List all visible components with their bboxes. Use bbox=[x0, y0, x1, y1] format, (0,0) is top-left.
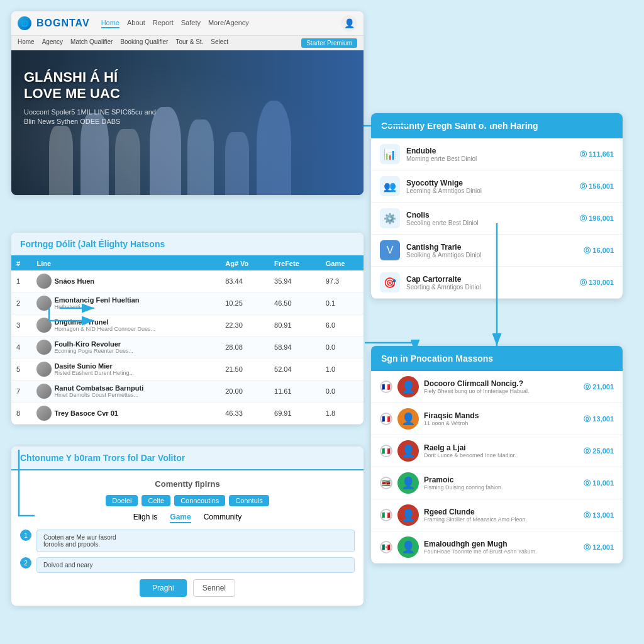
cell-rank: 1 bbox=[11, 270, 31, 292]
rp-stat: ⓪ 16,001 bbox=[584, 246, 614, 255]
player-flag: 🇫🇷 bbox=[380, 413, 392, 425]
rp-sub: Seorting & Amntigos Diniol bbox=[406, 284, 574, 291]
table-row[interactable]: 4 Foulh-Kiro Revoluer Ecoming Pogis Reen… bbox=[11, 336, 364, 358]
community-inner-title: Comentty fiplrns bbox=[20, 479, 355, 489]
rp-player-item[interactable]: 🇸🇷 👤 Pramoic Fisming Duising conring fah… bbox=[371, 467, 623, 499]
player-sub: Ecoming Pogis Reenter Dues... bbox=[54, 348, 133, 354]
nav-item-report[interactable]: Report bbox=[153, 19, 174, 28]
rp-player-item[interactable]: 🇫🇷 👤 Docooro Clirmcall Noncig.? Fiely Bh… bbox=[371, 371, 623, 403]
btn-sennel[interactable]: Sennel bbox=[193, 579, 235, 597]
table-row[interactable]: 2 Emontancig Fenl Hueltian Hethetenti...… bbox=[11, 292, 364, 314]
rp-icon: V bbox=[380, 240, 400, 260]
cell-rank: 2 bbox=[11, 292, 31, 314]
cell-rank: 5 bbox=[11, 358, 31, 380]
step-2: 2 Dolvod and neary bbox=[20, 557, 355, 573]
cell-rank: 3 bbox=[11, 314, 31, 336]
user-icon[interactable]: 👤 bbox=[341, 15, 357, 31]
player-name: Emaloudhgh gen Mugh bbox=[424, 540, 579, 548]
cell-game: 0.1 bbox=[321, 292, 364, 314]
cell-fre: 52.04 bbox=[269, 358, 321, 380]
cell-ag: 20.00 bbox=[220, 380, 269, 402]
cell-fre: 80.91 bbox=[269, 314, 321, 336]
table-row[interactable]: 8 Trey Basoce Cvr 01 46.33 69.91 1.8 bbox=[11, 402, 364, 425]
cell-fre: 46.50 bbox=[269, 292, 321, 314]
step-box-1: Cooten are Me wur fasord foroolis and pr… bbox=[36, 530, 355, 552]
filter-community[interactable]: Community bbox=[204, 513, 242, 523]
cell-player: Trey Basoce Cvr 01 bbox=[31, 402, 220, 425]
rp-item[interactable]: V Cantishg Trarie Seolking & Amntigos Di… bbox=[371, 235, 623, 267]
player-text: Docooro Clirmcall Noncig.? Fiely Bhesit … bbox=[424, 379, 579, 394]
rp-item[interactable]: ⚙️ Cnolis Secoling enrte Best Diniol ⓪ 1… bbox=[371, 203, 623, 235]
player-sub: Hethetenti... bbox=[54, 304, 139, 310]
player-text: Raelg a Ljai Dorit Luoce & beoomed Inoe … bbox=[424, 443, 579, 458]
rp-icon: 📊 bbox=[380, 144, 400, 164]
subnav-booking[interactable]: Booking Qualifier bbox=[120, 38, 168, 48]
rp-player-item[interactable]: 🇫🇷 👤 Firaqsic Mands 11 ooon & Wrtroh ⓪ 1… bbox=[371, 403, 623, 435]
rp-item[interactable]: 👥 Syocotty Wnige Leorning & Amntigos Din… bbox=[371, 170, 623, 203]
subnav-tour[interactable]: Tour & St. bbox=[175, 38, 203, 48]
btn-praghi[interactable]: Praghi bbox=[140, 579, 187, 597]
rp-item[interactable]: 🎯 Cap Cartorralte Seorting & Amntigos Di… bbox=[371, 267, 623, 299]
nav-item-more[interactable]: More/Agency bbox=[208, 19, 249, 28]
rp-player-item[interactable]: 🇲🇽 👤 Emaloudhgh gen Mugh FounHoae Toonnt… bbox=[371, 531, 623, 564]
cell-rank: 4 bbox=[11, 336, 31, 358]
rp-player-item[interactable]: 🇮🇹 👤 Rgeed Clunde Framing Sintilier of M… bbox=[371, 499, 623, 531]
cell-game: 6.0 bbox=[321, 314, 364, 336]
player-name: Trey Basoce Cvr 01 bbox=[54, 409, 118, 417]
community-title: Chtonume Y b0ram Trors fol Dar Volitor bbox=[20, 453, 355, 463]
col-rank: # bbox=[11, 257, 31, 270]
player-name: Docooro Clirmcall Noncig.? bbox=[424, 379, 579, 388]
tab-conntuis[interactable]: Conntuis bbox=[229, 495, 269, 506]
player-sub: Fisming Duising conring fahion. bbox=[424, 484, 579, 491]
table-row[interactable]: 7 Ranut Combatsac Barnputi Hinet Demolts… bbox=[11, 380, 364, 402]
hero-title-line1: GLÁNSHI Á HÍ bbox=[24, 69, 156, 86]
player-stat: ⓪ 21,001 bbox=[584, 382, 614, 392]
nav-item-about[interactable]: About bbox=[127, 19, 145, 28]
table-row[interactable]: 5 Dasite Sunio Mier Risted Eashent Duren… bbox=[11, 358, 364, 380]
subnav-cta[interactable]: Starter Premium bbox=[301, 38, 357, 48]
player-name: Raelg a Ljai bbox=[424, 443, 579, 452]
right-bottom-header: Sgn in Pnocation Massons bbox=[371, 346, 623, 371]
player-avatar bbox=[36, 362, 52, 377]
rp-item[interactable]: 📊 Enduble Morning enrte Best Diniol ⓪ 11… bbox=[371, 138, 623, 170]
player-flag: 🇮🇹 bbox=[380, 445, 392, 457]
rp-player-item[interactable]: 🇮🇹 👤 Raelg a Ljai Dorit Luoce & beoomed … bbox=[371, 435, 623, 467]
nav-item-safety[interactable]: Safety bbox=[181, 19, 201, 28]
player-flag: 🇲🇽 bbox=[380, 541, 392, 553]
brand-title: BOGNTAV bbox=[36, 18, 90, 29]
player-sub: Dorit Luoce & beoomed Inoe Madior. bbox=[424, 452, 579, 458]
player-sub: FounHoae Toonnte me of Brust Ashn Yakum. bbox=[424, 548, 579, 555]
nav-item-home[interactable]: Home bbox=[101, 19, 119, 28]
cell-fre: 11.61 bbox=[269, 380, 321, 402]
browser-header: 🌐 BOGNTAV Home About Report Safety More/… bbox=[11, 11, 364, 36]
cell-game: 0.0 bbox=[321, 380, 364, 402]
subnav-agency[interactable]: Agency bbox=[42, 38, 63, 48]
table-section-header: Fortngg Dólit (Jalt Élighty Hatsons bbox=[11, 233, 364, 257]
table-row[interactable]: 3 Dngtimes Trunel Homagon & N/D Heard Co… bbox=[11, 314, 364, 336]
hero-title-line2: LOVE ME UAC bbox=[24, 86, 156, 102]
player-stat: ⓪ 12,001 bbox=[584, 543, 614, 552]
rp-text: Cnolis Secoling enrte Best Diniol bbox=[406, 211, 574, 226]
tab-doelei[interactable]: Doelei bbox=[106, 495, 138, 506]
cell-ag: 22.30 bbox=[220, 314, 269, 336]
table-row[interactable]: 1 Snáos Huen 83.44 35.94 97.3 bbox=[11, 270, 364, 292]
col-ag: Ag# Vo bbox=[220, 257, 269, 270]
tab-celte[interactable]: Celte bbox=[142, 495, 170, 506]
tab-conncoutins[interactable]: Conncoutins bbox=[174, 495, 225, 506]
player-sub: 11 ooon & Wrtroh bbox=[424, 420, 579, 426]
player-avatar bbox=[36, 274, 52, 289]
player-name: Ranut Combatsac Barnputi bbox=[54, 384, 143, 392]
filter-eligh[interactable]: Eligh is bbox=[133, 513, 158, 523]
cell-game: 0.0 bbox=[321, 336, 364, 358]
player-sub: Hinet Demolts Coust Permettes... bbox=[54, 392, 143, 398]
cell-rank: 8 bbox=[11, 402, 31, 425]
cell-player: Emontancig Fenl Hueltian Hethetenti... bbox=[31, 292, 220, 314]
subnav-match[interactable]: Match Qualifier bbox=[70, 38, 113, 48]
player-stat: ⓪ 10,001 bbox=[584, 479, 614, 488]
subnav-select[interactable]: Select bbox=[211, 38, 228, 48]
cell-game: 1.8 bbox=[321, 402, 364, 425]
subnav-home[interactable]: Home bbox=[18, 38, 35, 48]
rp-name: Syocotty Wnige bbox=[406, 179, 574, 187]
filter-game[interactable]: Game bbox=[170, 513, 191, 523]
browser-subnav: Home Agency Match Qualifier Booking Qual… bbox=[11, 36, 364, 50]
